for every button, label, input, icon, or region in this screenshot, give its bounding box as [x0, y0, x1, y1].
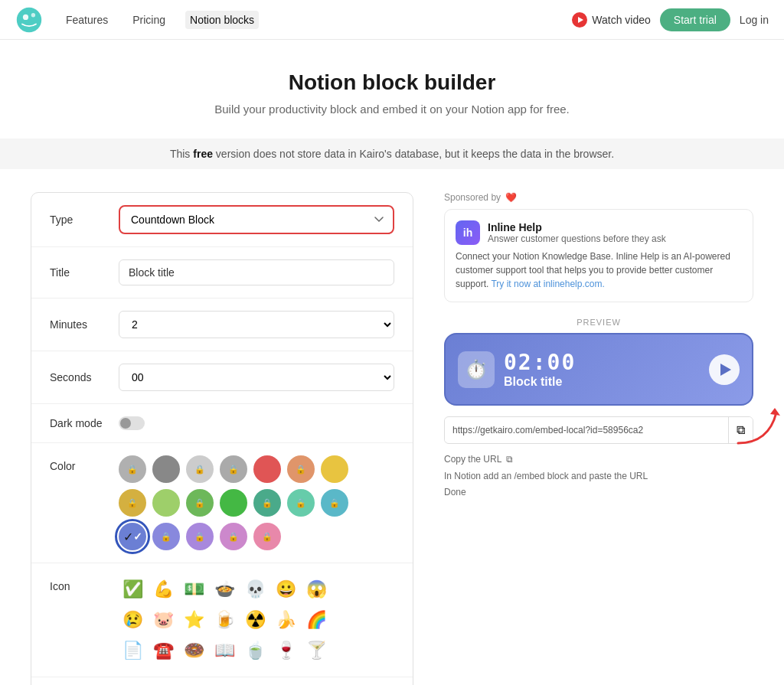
dark-mode-toggle[interactable]: [119, 416, 145, 430]
url-input[interactable]: [445, 419, 728, 442]
title-input[interactable]: [119, 259, 394, 285]
icon-star[interactable]: ⭐: [180, 606, 207, 634]
icon-muscle[interactable]: 💪: [149, 576, 177, 603]
type-label: Type: [50, 214, 119, 226]
url-bar: ⧉: [444, 416, 753, 444]
seconds-label: Seconds: [50, 371, 119, 383]
dark-mode-label: Dark mode: [50, 417, 119, 429]
unlock-bar: UNLOCK ALL OPTIONS. SIGN UP FOR THE FREE…: [31, 677, 413, 685]
icon-banana[interactable]: 🍌: [272, 606, 299, 634]
svg-point-2: [31, 13, 35, 17]
icon-cocktail[interactable]: 🍸: [302, 637, 330, 664]
color-section: Color 🔒 🔒 🔒 🔒 🔒 🔒 🔒 🔒 🔒 ✓ 🔒 🔒 �: [31, 443, 413, 563]
preview-icon: ⏱️: [458, 351, 495, 388]
color-gray-dark[interactable]: [152, 455, 180, 483]
svg-marker-3: [770, 408, 780, 416]
icon-label: Icon: [50, 576, 119, 592]
login-link[interactable]: Log in: [740, 14, 769, 26]
nav-features[interactable]: Features: [61, 11, 113, 29]
start-trial-button[interactable]: Start trial: [660, 8, 730, 31]
color-label: Color: [50, 455, 119, 472]
hero-section: Notion block builder Build your producti…: [0, 40, 784, 131]
color-purple-light[interactable]: 🔒: [186, 523, 214, 550]
color-gray-mid[interactable]: 🔒: [220, 455, 247, 483]
preview-play-button[interactable]: [709, 354, 740, 385]
watch-video-button[interactable]: Watch video: [572, 12, 651, 28]
color-gray-light[interactable]: 🔒: [119, 455, 146, 483]
minutes-content: 2: [119, 311, 394, 338]
icon-pig[interactable]: 🐷: [149, 606, 177, 634]
color-lime[interactable]: [152, 489, 180, 517]
icon-skull[interactable]: 💀: [241, 576, 269, 603]
icon-surprised[interactable]: 😱: [302, 576, 330, 603]
icon-radioactive[interactable]: ☢️: [241, 606, 269, 634]
url-step1: Copy the URL ⧉: [444, 452, 753, 468]
icon-wine[interactable]: 🍷: [272, 637, 299, 664]
main-content: Type Countdown Block Title Minutes 2: [0, 177, 784, 685]
color-green-mid[interactable]: 🔒: [186, 489, 214, 517]
url-step2: In Notion add an /embed block and paste …: [444, 468, 753, 485]
seconds-content: 00: [119, 364, 394, 391]
color-teal-dark[interactable]: 🔒: [253, 489, 281, 517]
icon-tea[interactable]: 🍵: [241, 637, 269, 664]
svg-point-0: [17, 7, 41, 31]
nav-pricing[interactable]: Pricing: [128, 11, 170, 29]
dark-mode-content: [119, 416, 394, 430]
type-row: Type Countdown Block: [31, 193, 413, 247]
minutes-select[interactable]: 2: [119, 311, 394, 338]
icon-checklist[interactable]: ✅: [119, 576, 146, 603]
icon-sad[interactable]: 😢: [119, 606, 146, 634]
preview-info: 02:00 Block title: [504, 350, 700, 389]
color-green[interactable]: [220, 489, 247, 517]
icon-rainbow[interactable]: 🌈: [302, 606, 330, 634]
preview-card: ⏱️ 02:00 Block title: [444, 333, 753, 406]
preview-title: Block title: [504, 375, 700, 389]
nav-notion-blocks[interactable]: Notion blocks: [185, 11, 259, 29]
icon-book[interactable]: 📖: [211, 637, 238, 664]
sponsor-header: ih Inline Help Answer customer questions…: [456, 220, 742, 245]
icon-dollar[interactable]: 💵: [180, 576, 207, 603]
sponsor-info: Inline Help Answer customer questions be…: [488, 221, 666, 244]
title-row: Title: [31, 247, 413, 298]
minutes-row: Minutes 2: [31, 298, 413, 351]
color-gray-lighter[interactable]: 🔒: [186, 455, 214, 483]
icon-document[interactable]: 📄: [119, 637, 146, 664]
hero-title: Notion block builder: [15, 70, 769, 95]
color-red[interactable]: [253, 455, 281, 483]
free-banner: This free version does not store data in…: [0, 139, 784, 169]
title-label: Title: [50, 266, 119, 279]
icon-smile[interactable]: 😀: [272, 576, 299, 603]
logo[interactable]: [15, 6, 43, 34]
color-purple-mid[interactable]: 🔒: [220, 523, 247, 550]
seconds-row: Seconds 00: [31, 351, 413, 404]
color-teal[interactable]: 🔒: [287, 489, 315, 517]
icon-donut[interactable]: 🍩: [180, 637, 207, 664]
toggle-knob: [120, 418, 131, 429]
sponsor-tagline: Answer customer questions before they as…: [488, 233, 666, 244]
icon-beer[interactable]: 🍺: [211, 606, 238, 634]
sponsor-section: Sponsored by ❤️ ih Inline Help Answer cu…: [444, 192, 753, 302]
color-pink[interactable]: 🔒: [253, 523, 281, 550]
icon-phone[interactable]: ☎️: [149, 637, 177, 664]
red-arrow-indicator: [730, 405, 784, 451]
sponsor-link[interactable]: Try it now at inlinehelp.com.: [491, 279, 604, 289]
color-yellow[interactable]: [321, 455, 348, 483]
color-indigo[interactable]: 🔒: [152, 523, 180, 550]
hero-subtitle: Build your productivity block and embed …: [15, 103, 769, 116]
icon-grid: ✅ 💪 💵 🍲 💀 😀 😱 😢 🐷 ⭐ 🍺 ☢️ 🍌 🌈 📄 ☎️ 🍩 📖 🍵: [119, 576, 394, 664]
color-yellow-dark[interactable]: 🔒: [119, 489, 146, 517]
navbar: Features Pricing Notion blocks Watch vid…: [0, 0, 784, 40]
dark-mode-row: Dark mode: [31, 404, 413, 443]
nav-links: Features Pricing Notion blocks: [61, 11, 572, 29]
color-blue-selected[interactable]: ✓: [119, 523, 146, 550]
banner-suffix: version does not store data in Kairo's d…: [213, 148, 614, 160]
icon-pot[interactable]: 🍲: [211, 576, 238, 603]
color-orange[interactable]: 🔒: [287, 455, 315, 483]
seconds-select[interactable]: 00: [119, 364, 394, 391]
right-panel: Sponsored by ❤️ ih Inline Help Answer cu…: [444, 192, 753, 685]
color-cyan[interactable]: 🔒: [321, 489, 348, 517]
type-content: Countdown Block: [119, 205, 394, 234]
sponsor-card: ih Inline Help Answer customer questions…: [444, 209, 753, 302]
type-select[interactable]: Countdown Block: [119, 205, 394, 234]
preview-label: PREVIEW: [444, 318, 753, 327]
